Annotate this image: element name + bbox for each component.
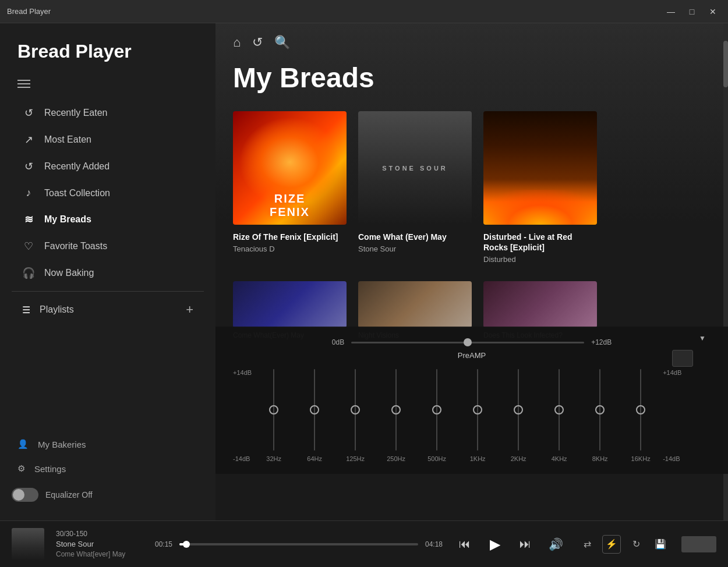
sidebar-item-recently-added[interactable]: ↺ Recently Added (5, 153, 211, 180)
sidebar-item-now-baking[interactable]: 🎧 Now Baking (5, 260, 211, 286)
equalizer-button[interactable]: ⚡ (602, 535, 621, 554)
eq-slider-500hz[interactable] (436, 369, 437, 451)
next-button[interactable]: ⏭ (515, 534, 536, 555)
app-container: Bread Player ↺ Recently Eaten ↗ Most Eat… (0, 23, 728, 567)
eq-thumb-2khz[interactable] (514, 405, 523, 414)
volume-bar[interactable] (681, 536, 716, 552)
play-button[interactable]: ▶ (485, 534, 506, 555)
refresh-button[interactable]: ↺ (252, 35, 263, 50)
extra-controls: ⇄ ⚡ ↻ 💾 (578, 535, 670, 554)
album-art-tenacious-d: RIZEFENIX (233, 111, 347, 225)
eq-thumb-4khz[interactable] (554, 405, 564, 414)
search-button[interactable]: 🔍 (274, 35, 290, 50)
eq-slider-16khz[interactable] (640, 369, 641, 451)
previous-button[interactable]: ⏮ (454, 534, 475, 555)
my-bakeries-icon: 👤 (17, 439, 29, 449)
eq-thumb-1khz[interactable] (473, 405, 482, 414)
album-title-disturbed: Disturbed - Live at Red Rocks [Explicit] (483, 232, 597, 253)
playlists-icon: ☰ (22, 304, 30, 316)
repeat-button[interactable]: ↻ (627, 535, 645, 554)
sidebar-item-most-eaten[interactable]: ↗ Most Eaten (5, 126, 211, 153)
eq-freq-500hz: 500Hz (427, 455, 446, 462)
eq-freq-64hz: 64Hz (307, 455, 322, 462)
album-art-stone-sour: STONE SOUR (358, 111, 472, 225)
eq-band-64hz: 64Hz (297, 369, 332, 462)
shuffle-button[interactable]: ⇄ (578, 535, 596, 554)
volume-button[interactable]: 🔊 (545, 534, 566, 555)
eq-freq-16khz: 16KHz (631, 455, 651, 462)
eq-slider-125hz[interactable] (355, 369, 356, 451)
playlists-section[interactable]: ☰ Playlists + (5, 296, 211, 323)
eq-freq-32hz: 32Hz (266, 455, 281, 462)
sidebar-item-settings[interactable]: ⚙ Settings (0, 456, 215, 481)
progress-bar[interactable] (179, 543, 418, 545)
eq-band-8khz: 8KHz (582, 369, 617, 462)
scroll-thumb[interactable] (723, 41, 728, 87)
eq-slider-1khz[interactable] (477, 369, 478, 451)
window-controls: — □ ✕ (663, 3, 721, 20)
progress-thumb[interactable] (183, 541, 190, 548)
sidebar-item-recently-eaten[interactable]: ↺ Recently Eaten (5, 100, 211, 126)
equalizer-switch[interactable] (12, 488, 38, 502)
preamp-label-right: +12dB (591, 338, 612, 346)
eq-slider-2khz[interactable] (518, 369, 519, 451)
eq-thumb-32hz[interactable] (269, 405, 278, 414)
minimize-button[interactable]: — (663, 3, 679, 20)
eq-band-500hz: 500Hz (419, 369, 454, 462)
eq-freq-2khz: 2KHz (511, 455, 526, 462)
tenacious-art-text: RIZEFENIX (270, 192, 310, 219)
eq-band-1khz: 1KHz (460, 369, 495, 462)
sidebar-item-my-bakeries[interactable]: 👤 My Bakeries (0, 432, 215, 456)
eq-band-4khz: 4KHz (542, 369, 577, 462)
eq-thumb-500hz[interactable] (432, 405, 441, 414)
eq-slider-250hz[interactable] (395, 369, 397, 451)
maximize-button[interactable]: □ (684, 3, 700, 20)
eq-freq-250hz: 250Hz (387, 455, 405, 462)
album-card-tenacious-d[interactable]: RIZEFENIX Rize Of The Fenix [Explicit] T… (233, 111, 347, 264)
home-button[interactable]: ⌂ (233, 35, 241, 50)
preamp-track[interactable] (351, 342, 584, 343)
eq-bottom-db-left: -14dB (233, 455, 252, 462)
main-area: Bread Player ↺ Recently Eaten ↗ Most Eat… (0, 23, 728, 520)
eq-thumb-250hz[interactable] (391, 405, 401, 414)
eq-band-32hz: 32Hz (256, 369, 291, 462)
close-button[interactable]: ✕ (705, 3, 721, 20)
playlists-label: Playlists (40, 304, 186, 315)
eq-thumb-125hz[interactable] (351, 405, 360, 414)
sidebar-label-recently-eaten: Recently Eaten (44, 108, 108, 118)
favorite-toasts-icon: ♡ (22, 240, 35, 253)
eq-preset-select[interactable] (672, 350, 693, 367)
equalizer-label: Equalizer Off (45, 490, 93, 499)
toggle-knob (13, 489, 24, 501)
eq-band-16khz: 16KHz (623, 369, 658, 462)
album-art-disturbed (483, 111, 597, 225)
eq-slider-4khz[interactable] (559, 369, 560, 451)
eq-top-db-left: +14dB (233, 369, 252, 376)
eq-top-db-right: +14dB (663, 369, 681, 376)
eq-thumb-16khz[interactable] (636, 405, 645, 414)
sidebar-item-favorite-toasts[interactable]: ♡ Favorite Toasts (5, 233, 211, 260)
eq-thumb-8khz[interactable] (595, 405, 605, 414)
eq-slider-32hz[interactable] (273, 369, 274, 451)
most-eaten-icon: ↗ (22, 133, 35, 146)
recently-added-icon: ↺ (22, 160, 35, 173)
eq-slider-64hz[interactable] (314, 369, 315, 451)
album-card-disturbed[interactable]: Disturbed - Live at Red Rocks [Explicit]… (483, 111, 597, 264)
sidebar-item-my-breads[interactable]: ≋ My Breads (5, 206, 211, 233)
sidebar-label-my-breads: My Breads (44, 214, 91, 225)
hamburger-button[interactable] (0, 80, 48, 100)
add-playlist-button[interactable]: + (186, 303, 193, 316)
sidebar-item-toast-collection[interactable]: ♪ Toast Collection (5, 180, 211, 206)
eq-thumb-64hz[interactable] (310, 405, 319, 414)
save-button[interactable]: 💾 (651, 535, 670, 554)
eq-slider-8khz[interactable] (599, 369, 600, 451)
sidebar: Bread Player ↺ Recently Eaten ↗ Most Eat… (0, 23, 215, 520)
preamp-thumb[interactable] (464, 338, 472, 346)
stonesour-art-text: STONE SOUR (382, 165, 448, 172)
eq-freq-1khz: 1KHz (470, 455, 486, 462)
album-title-stone-sour: Come What (Ever) May (358, 232, 472, 242)
album-art-6 (483, 281, 597, 328)
eq-freq-8khz: 8KHz (592, 455, 608, 462)
disturbed-stage (483, 190, 597, 225)
album-card-stone-sour[interactable]: STONE SOUR Come What (Ever) May Stone So… (358, 111, 472, 264)
